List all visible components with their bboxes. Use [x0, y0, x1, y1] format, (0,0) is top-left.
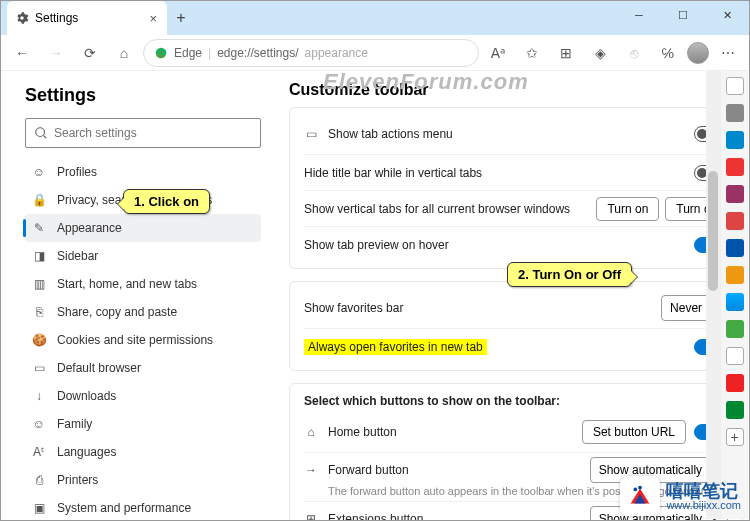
sidebar-item-system[interactable]: ▣System and performance [25, 494, 261, 521]
annotation-step-1: 1. Click on [123, 189, 210, 214]
row-label: Forward button [328, 463, 409, 477]
paint-icon: ✎ [31, 221, 47, 235]
sidebar-item-label: Cookies and site permissions [57, 333, 213, 347]
sidebar-app-icon[interactable] [726, 347, 744, 365]
favorites-card: Show favorites bar Never▼ Always open fa… [289, 281, 743, 371]
sidebar-add-icon[interactable]: + [726, 428, 744, 446]
sidebar-item-label: Share, copy and paste [57, 305, 177, 319]
sidebar-item-profiles[interactable]: ☺Profiles [25, 158, 261, 186]
browser-tab[interactable]: Settings × [7, 1, 167, 35]
sidebar-item-sidebar[interactable]: ◨Sidebar [25, 242, 261, 270]
sidebar-app-icon[interactable] [726, 374, 744, 392]
annotation-step-2: 2. Turn On or Off [507, 262, 632, 287]
address-field[interactable]: Edge | edge://settings/appearance [143, 39, 479, 67]
gear-icon [15, 11, 29, 25]
select-value: Never [670, 301, 702, 315]
printer-icon: ⎙ [31, 473, 47, 487]
sidebar-app-icon[interactable] [726, 239, 744, 257]
extensions-icon: ⊞ [304, 512, 318, 521]
profile-avatar[interactable] [687, 42, 709, 64]
profile-icon: ☺ [31, 165, 47, 179]
refresh-button[interactable]: ⟳ [75, 38, 105, 68]
sidebar-app-icon[interactable] [726, 401, 744, 419]
scrollbar-track[interactable] [706, 71, 720, 519]
sidebar-app-icon[interactable] [726, 158, 744, 176]
row-label: Show favorites bar [304, 301, 403, 315]
sidebar-item-downloads[interactable]: ↓Downloads [25, 382, 261, 410]
svg-point-5 [639, 486, 643, 490]
sidebar-item-label: Profiles [57, 165, 97, 179]
sidebar-item-family[interactable]: ☺Family [25, 410, 261, 438]
panel-icon: ◨ [31, 249, 47, 263]
row-label: Hide title bar while in vertical tabs [304, 166, 482, 180]
sidebar-item-label: Sidebar [57, 249, 98, 263]
sidebar-item-appearance[interactable]: ✎Appearance [25, 214, 261, 242]
row-label: Show tab preview on hover [304, 238, 449, 252]
settings-sidebar: Settings ☺Profiles 🔒Privacy, search, and… [1, 71, 271, 521]
read-aloud-icon[interactable]: Aᵃ [483, 38, 513, 68]
new-tab-button[interactable]: + [167, 4, 195, 32]
set-button-url[interactable]: Set button URL [582, 420, 686, 444]
back-button[interactable]: ← [7, 38, 37, 68]
sidebar-app-icon[interactable] [726, 131, 744, 149]
browser-icon: ▭ [31, 361, 47, 375]
row-label: Show tab actions menu [328, 127, 453, 141]
svg-point-1 [36, 128, 45, 137]
sidebar-search-icon[interactable] [726, 77, 744, 95]
window-maximize-button[interactable]: ☐ [661, 1, 705, 29]
search-input[interactable] [54, 126, 252, 140]
sidebar-item-label: System and performance [57, 501, 191, 515]
close-tab-icon[interactable]: × [149, 11, 157, 26]
window-close-button[interactable]: ✕ [705, 1, 749, 29]
share-icon: ⎘ [31, 305, 47, 319]
shield-icon[interactable]: ◈ [585, 38, 615, 68]
home-button[interactable]: ⌂ [109, 38, 139, 68]
sidebar-app-icon[interactable] [726, 104, 744, 122]
sidebar-item-label: Start, home, and new tabs [57, 277, 197, 291]
lock-icon: 🔒 [31, 193, 47, 207]
sidebar-app-icon[interactable] [726, 212, 744, 230]
watermark-logo-icon [620, 476, 660, 516]
sidebar-item-languages[interactable]: AᵗLanguages [25, 438, 261, 466]
sidebar-item-cookies[interactable]: 🍪Cookies and site permissions [25, 326, 261, 354]
extensions-icon[interactable]: ℅ [653, 38, 683, 68]
row-label: Extensions button [328, 512, 423, 521]
sidebar-item-default[interactable]: ▭Default browser [25, 354, 261, 382]
forward-button[interactable]: → [41, 38, 71, 68]
tab-settings-card: ▭Show tab actions menu Hide title bar wh… [289, 107, 743, 269]
svg-point-4 [634, 488, 638, 492]
sidebar-item-label: Printers [57, 473, 98, 487]
sidebar-app-icon[interactable] [726, 320, 744, 338]
url-host: Edge [174, 46, 202, 60]
forward-icon: → [304, 463, 318, 477]
cookie-icon: 🍪 [31, 333, 47, 347]
turn-on-button[interactable]: Turn on [596, 197, 659, 221]
window-minimize-button[interactable]: ─ [617, 1, 661, 29]
sidebar-item-printers[interactable]: ⎙Printers [25, 466, 261, 494]
download-icon: ↓ [31, 389, 47, 403]
settings-content: Customize toolbar ▭Show tab actions menu… [271, 71, 749, 521]
watermark-text-url: www.bijixx.com [666, 500, 741, 511]
share-icon[interactable]: ⎋ [619, 38, 649, 68]
edge-logo-icon [154, 46, 168, 60]
sidebar-item-start[interactable]: ▥Start, home, and new tabs [25, 270, 261, 298]
section-heading: Customize toolbar [289, 81, 743, 99]
menu-button[interactable]: ⋯ [713, 38, 743, 68]
row-label: Show vertical tabs for all current brows… [304, 202, 570, 216]
tab-actions-icon: ▭ [304, 127, 318, 141]
favorite-icon[interactable]: ✩ [517, 38, 547, 68]
watermark-text-cn: 嘻嘻笔记 [666, 482, 741, 500]
system-icon: ▣ [31, 501, 47, 515]
tab-title: Settings [35, 11, 78, 25]
sidebar-item-share[interactable]: ⎘Share, copy and paste [25, 298, 261, 326]
sidebar-app-icon[interactable] [726, 266, 744, 284]
sidebar-item-label: Family [57, 417, 92, 431]
card-subheading: Select which buttons to show on the tool… [304, 394, 728, 408]
scrollbar-thumb[interactable] [708, 171, 718, 291]
row-label-highlighted: Always open favorites in new tab [304, 339, 487, 355]
collections-icon[interactable]: ⊞ [551, 38, 581, 68]
sidebar-app-icon[interactable] [726, 185, 744, 203]
search-settings[interactable] [25, 118, 261, 148]
sidebar-app-icon[interactable] [726, 293, 744, 311]
tabs-icon: ▥ [31, 277, 47, 291]
